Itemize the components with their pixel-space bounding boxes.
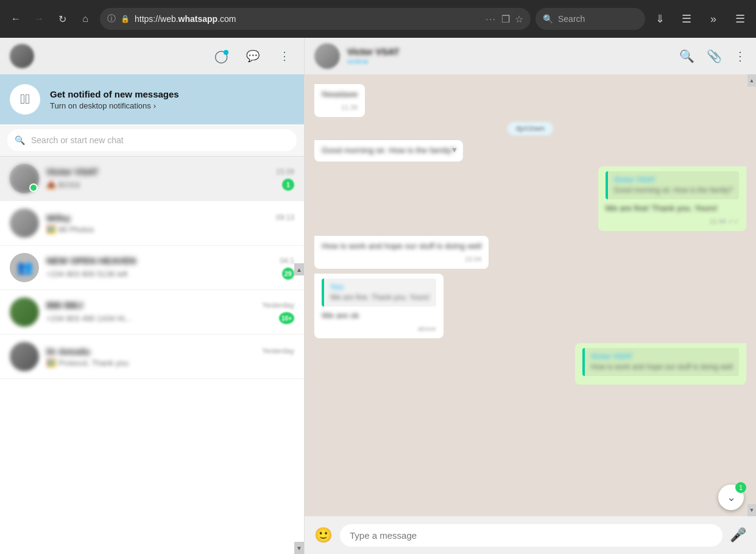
address-bar[interactable]: ⓘ 🔒 https://web.whatsapp.com ··· ❐ ☆ <box>100 8 531 30</box>
more-options-button[interactable]: ⋮ <box>275 46 294 66</box>
scroll-up-arrow[interactable]: ▲ <box>294 263 304 275</box>
message-input[interactable] <box>340 524 722 547</box>
quoted-message: Victor VSAT Good morning sir. How is the… <box>606 171 739 199</box>
chat-name-row: BBI BBJ Yesterday <box>46 300 294 310</box>
scroll-down-arrow[interactable]: ▼ <box>294 542 304 554</box>
date-label: dp/clown <box>507 122 553 135</box>
chat-preview-row: 📥 BOSS 1 <box>46 179 294 191</box>
chat-avatar <box>10 164 39 193</box>
emoji-button[interactable]: 🙂 <box>314 527 333 544</box>
search-box[interactable]: 🔍 Search or start new chat <box>7 129 297 151</box>
chat-preview: +234 803 490 1434 Hi... <box>46 314 131 323</box>
emoji-icon: 🙂 <box>314 527 333 543</box>
chat-info: Victor VSAT 15:09 📥 BOSS 1 <box>46 166 294 191</box>
message-bubble: Victor VSAT How is work and hope our stu… <box>575 343 746 385</box>
browser-tools: ⇓ ☰ » ☰ <box>650 9 750 29</box>
chat-preview-row: +234 803 800 5136 left 29 <box>46 268 294 280</box>
chat-info: BBI BBJ Yesterday +234 803 490 1434 Hi..… <box>46 300 294 324</box>
quoted-sender: Victor VSAT <box>591 352 733 362</box>
chat-name-row: NEW OPEN HEAVEN 04:1 <box>46 255 294 266</box>
chat-item[interactable]: Victor VSAT 15:09 📥 BOSS 1 <box>0 157 304 201</box>
left-panel: ◯ 💬 ⋮ 🔔⃠ Get notified of new messages Tu… <box>0 38 305 554</box>
bell-slash-icon: 🔔⃠ <box>20 91 30 107</box>
refresh-button[interactable]: ↻ <box>52 9 72 29</box>
forward-button[interactable]: → <box>29 9 49 29</box>
more-icon: ⋮ <box>279 49 291 63</box>
scroll-down-button[interactable]: ▼ <box>747 504 756 516</box>
browser-chrome: ← → ↻ ⌂ ⓘ 🔒 https://web.whatsapp.com ···… <box>0 0 756 38</box>
chat-info: Wifey 09:13 🖼️ 88 Photos <box>46 213 294 234</box>
search-icon: 🔍 <box>679 49 694 63</box>
notification-title: Get notified of new messages <box>50 89 294 99</box>
chat-name-row: Wifey 09:13 <box>46 213 294 223</box>
message-time: above <box>322 324 436 333</box>
message-time: 10:04 <box>322 255 481 264</box>
chat-name: BBI BBJ <box>46 300 83 310</box>
microphone-icon: 🎤 <box>730 527 746 542</box>
chat-button[interactable]: 💬 <box>243 46 263 66</box>
chat-item[interactable]: Wifey 09:13 🖼️ 88 Photos <box>0 201 304 246</box>
contact-status: online <box>347 57 672 66</box>
chat-preview: 📥 BOSS <box>46 180 80 190</box>
chat-search-bar: 🔍 Search or start new chat <box>0 124 304 157</box>
chat-preview-row: 🖼️ Protocol, Thank you <box>46 358 294 368</box>
menu-button[interactable]: ☰ <box>730 9 750 29</box>
message-bubble: Victor VSAT Good morning sir. How is the… <box>598 166 746 231</box>
chat-header-icons: 🔍 📎 ⋮ <box>679 49 746 63</box>
message-input-area: 🙂 🎤 <box>305 516 756 554</box>
whatsapp-container: ◯ 💬 ⋮ 🔔⃠ Get notified of new messages Tu… <box>0 38 756 554</box>
search-in-chat-button[interactable]: 🔍 <box>679 49 694 63</box>
my-avatar[interactable] <box>10 44 34 68</box>
chat-item[interactable]: BBI BBJ Yesterday +234 803 490 1434 Hi..… <box>0 290 304 335</box>
messages-area: Nwadawe 11:36 dp/clown Good morning sir.… <box>305 74 756 516</box>
chat-name: Wifey <box>46 213 71 223</box>
back-button[interactable]: ← <box>6 9 26 29</box>
mic-button[interactable]: 🎤 <box>730 527 746 543</box>
scroll-up-button[interactable]: ▲ <box>747 74 756 87</box>
star-icon: ☆ <box>515 13 523 25</box>
attach-button[interactable]: 📎 <box>707 49 722 63</box>
extensions-button[interactable]: » <box>704 9 723 29</box>
quoted-message: You We are fine. Thank you. Yours! <box>322 279 436 307</box>
message-time: 11:44 ✓✓ <box>606 217 739 226</box>
quoted-text: Good morning sir. How is the family? <box>614 185 733 196</box>
message-bubble: Nwadawe 11:36 <box>314 84 365 117</box>
chat-time: Yesterday <box>262 347 294 355</box>
chat-header: Victor VSAT online 🔍 📎 ⋮ <box>305 38 756 74</box>
chat-item[interactable]: Dr Amodu Yesterday 🖼️ Protocol, Thank yo… <box>0 335 304 379</box>
chat-preview: 🖼️ Protocol, Thank you <box>46 358 129 368</box>
chat-time: 04:1 <box>280 257 294 265</box>
scroll-to-bottom-button[interactable]: ⌄ 1 <box>718 485 744 510</box>
quoted-message: Victor VSAT How is work and hope our stu… <box>582 348 739 376</box>
notification-subtitle[interactable]: Turn on desktop notifications › <box>50 101 294 110</box>
dropdown-icon: ▼ <box>451 145 458 155</box>
chat-item[interactable]: 👥 NEW OPEN HEAVEN 04:1 +234 803 800 5136… <box>0 246 304 290</box>
left-header-icons: ◯ 💬 ⋮ <box>211 46 294 66</box>
quoted-sender: You <box>330 282 430 293</box>
status-button[interactable]: ◯ <box>211 46 231 66</box>
home-button[interactable]: ⌂ <box>76 9 95 29</box>
unread-badge: 1 <box>282 179 294 191</box>
chat-info: Dr Amodu Yesterday 🖼️ Protocol, Thank yo… <box>46 346 294 368</box>
chat-more-options-button[interactable]: ⋮ <box>734 49 746 63</box>
download-button[interactable]: ⇓ <box>650 9 669 29</box>
message-time: 11:36 <box>322 103 358 112</box>
chat-preview-row: +234 803 490 1434 Hi... 10+ <box>46 312 294 324</box>
paperclip-icon: 📎 <box>707 49 722 63</box>
message-text: Nwadawe <box>322 89 358 101</box>
library-button[interactable]: ☰ <box>677 9 696 29</box>
browser-search-bar[interactable]: 🔍 Search <box>535 8 645 30</box>
chat-preview: 🖼️ 88 Photos <box>46 225 94 234</box>
chat-preview-row: 🖼️ 88 Photos <box>46 225 294 234</box>
chat-time: 15:09 <box>276 168 294 176</box>
notification-banner: 🔔⃠ Get notified of new messages Turn on … <box>0 74 304 124</box>
online-indicator <box>29 183 38 192</box>
chevron-down-icon: ⌄ <box>727 491 736 504</box>
chat-time: Yesterday <box>262 301 294 310</box>
chat-name-row: Dr Amodu Yesterday <box>46 346 294 357</box>
message-text: We are fine! Thank you. Yours! <box>606 203 739 215</box>
search-icon: 🔍 <box>15 135 25 145</box>
unread-badge: 29 <box>282 268 294 280</box>
chat-name: Victor VSAT <box>46 166 98 177</box>
more-options-icon: ··· <box>486 14 496 24</box>
